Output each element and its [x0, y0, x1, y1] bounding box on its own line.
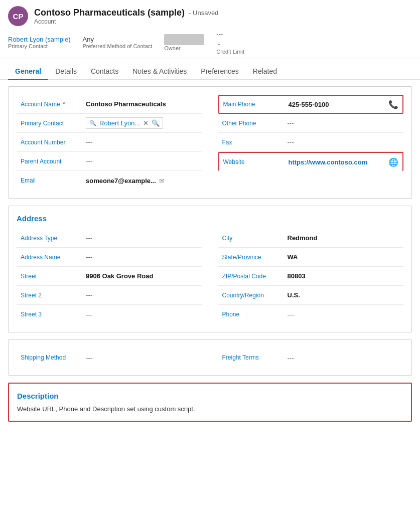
shipping-right-col: Freight Terms --- — [210, 348, 404, 367]
street-value[interactable]: 9906 Oak Grove Road — [86, 272, 153, 280]
lookup-search-button-icon[interactable]: 🔍 — [152, 119, 160, 127]
primary-contact-value[interactable]: Robert Lyon (sample) — [8, 36, 71, 43]
other-phone-value[interactable]: --- — [288, 119, 294, 127]
account-name-row: Account Name * Contoso Pharmaceuticals — [17, 95, 202, 114]
address-section-title: Address — [17, 214, 403, 223]
header-meta: Robert Lyon (sample) Primary Contact Any… — [8, 30, 412, 55]
address-phone-label: Phone — [222, 311, 288, 318]
zip-label: ZIP/Postal Code — [222, 273, 288, 280]
country-label: Country/Region — [222, 292, 288, 299]
street2-label: Street 2 — [21, 292, 86, 299]
email-label: Email — [21, 177, 86, 184]
preferred-method-label: Preferred Method of Contact — [83, 43, 153, 49]
address-right-col: City Redmond State/Province WA ZIP/Posta… — [210, 229, 404, 324]
owner-label: Owner — [164, 45, 204, 51]
email-row: Email someone7@example... ✉ — [17, 171, 202, 190]
shipping-section: Shipping Method --- Freight Terms --- — [8, 339, 412, 376]
city-value[interactable]: Redmond — [288, 234, 318, 242]
credit-limit-label: Credit Limit — [216, 49, 244, 55]
website-row: Website https://www.contoso.com 🌐 — [218, 152, 404, 171]
account-number-value[interactable]: --- — [86, 138, 92, 146]
account-number-label: Account Number — [21, 139, 86, 146]
shipping-left-col: Shipping Method --- — [17, 348, 210, 367]
preferred-method-meta: Any Preferred Method of Contact — [83, 36, 153, 49]
main-phone-row: Main Phone 425-555-0100 📞 — [218, 95, 404, 114]
phone-icon[interactable]: 📞 — [388, 100, 398, 109]
shipping-method-row: Shipping Method --- — [17, 348, 202, 367]
zip-value[interactable]: 80803 — [288, 272, 306, 280]
street3-value[interactable]: --- — [86, 311, 92, 318]
preferred-method-value[interactable]: Any — [83, 36, 153, 43]
address-name-label: Address Name — [21, 254, 86, 261]
credit-limit-meta: --- ⌄ Credit Limit — [216, 30, 244, 55]
email-compose-icon[interactable]: ✉ — [159, 177, 165, 185]
unsaved-badge: - Unsaved — [189, 9, 218, 17]
account-name-value[interactable]: Contoso Pharmaceuticals — [86, 100, 166, 108]
email-field: someone7@example... ✉ — [86, 177, 165, 185]
description-text[interactable]: Website URL, Phone and Description set u… — [17, 405, 403, 413]
tab-general[interactable]: General — [8, 63, 48, 80]
freight-terms-label: Freight Terms — [222, 354, 288, 361]
street-label: Street — [21, 273, 86, 280]
tab-contacts[interactable]: Contacts — [84, 63, 125, 80]
address-type-value[interactable]: --- — [86, 234, 92, 242]
email-value[interactable]: someone7@example... — [86, 177, 156, 185]
street3-row: Street 3 --- — [17, 305, 202, 324]
owner-meta: Owner — [164, 34, 204, 51]
lookup-clear-icon[interactable]: ✕ — [143, 119, 149, 127]
street-row: Street 9906 Oak Grove Road — [17, 267, 202, 286]
tab-preferences[interactable]: Preferences — [194, 63, 245, 80]
state-value[interactable]: WA — [288, 253, 298, 261]
city-label: City — [222, 235, 288, 242]
address-phone-row: Phone --- — [218, 305, 404, 324]
record-title-text: Contoso Pharmaceuticals (sample) — [34, 8, 185, 18]
freight-terms-value[interactable]: --- — [288, 354, 294, 362]
lookup-search-icon: 🔍 — [89, 120, 96, 126]
parent-account-value[interactable]: --- — [86, 157, 92, 165]
country-value[interactable]: U.S. — [288, 291, 300, 299]
chevron-down-icon[interactable]: ⌄ — [216, 40, 221, 47]
website-value[interactable]: https://www.contoso.com — [289, 158, 368, 166]
parent-account-row: Parent Account --- — [17, 152, 202, 171]
address-phone-value[interactable]: --- — [288, 311, 294, 318]
address-type-row: Address Type --- — [17, 229, 202, 248]
shipping-method-value[interactable]: --- — [86, 354, 92, 362]
address-name-row: Address Name --- — [17, 248, 202, 267]
city-row: City Redmond — [218, 229, 404, 248]
website-label: Website — [223, 158, 289, 165]
fax-row: Fax --- — [218, 133, 404, 152]
main-phone-value[interactable]: 425-555-0100 — [289, 101, 329, 108]
fax-value[interactable]: --- — [288, 138, 294, 146]
street2-row: Street 2 --- — [17, 286, 202, 305]
tab-details[interactable]: Details — [48, 63, 84, 80]
website-field: https://www.contoso.com 🌐 — [289, 157, 399, 167]
shipping-method-label: Shipping Method — [21, 354, 86, 361]
general-section: Account Name * Contoso Pharmaceuticals P… — [8, 86, 412, 199]
primary-contact-lookup[interactable]: 🔍 Robert Lyon... ✕ 🔍 — [86, 117, 163, 129]
state-row: State/Province WA — [218, 248, 404, 267]
avatar: CP — [8, 6, 28, 26]
description-title: Description — [17, 392, 403, 400]
globe-icon[interactable]: 🌐 — [388, 157, 398, 167]
main-content: Account Name * Contoso Pharmaceuticals P… — [0, 80, 420, 435]
fax-label: Fax — [222, 139, 288, 146]
address-type-label: Address Type — [21, 235, 86, 242]
primary-contact-field-label: Primary Contact — [21, 120, 86, 127]
tab-related[interactable]: Related — [246, 63, 284, 80]
address-left-col: Address Type --- Address Name --- Street… — [17, 229, 210, 324]
street3-label: Street 3 — [21, 311, 86, 318]
primary-contact-meta: Robert Lyon (sample) Primary Contact — [8, 36, 71, 49]
address-form-grid: Address Type --- Address Name --- Street… — [17, 229, 403, 324]
record-type: Account — [34, 18, 218, 25]
record-title-row: Contoso Pharmaceuticals (sample) - Unsav… — [34, 8, 218, 18]
account-number-row: Account Number --- — [17, 133, 202, 152]
street2-value[interactable]: --- — [86, 291, 92, 299]
state-label: State/Province — [222, 254, 288, 261]
freight-terms-row: Freight Terms --- — [218, 348, 404, 367]
address-name-value[interactable]: --- — [86, 253, 92, 261]
primary-contact-row: Primary Contact 🔍 Robert Lyon... ✕ 🔍 — [17, 114, 202, 133]
account-name-label: Account Name * — [21, 101, 86, 108]
owner-box[interactable] — [164, 34, 204, 45]
general-form-grid: Account Name * Contoso Pharmaceuticals P… — [17, 95, 403, 190]
tab-notes-activities[interactable]: Notes & Activities — [125, 63, 194, 80]
